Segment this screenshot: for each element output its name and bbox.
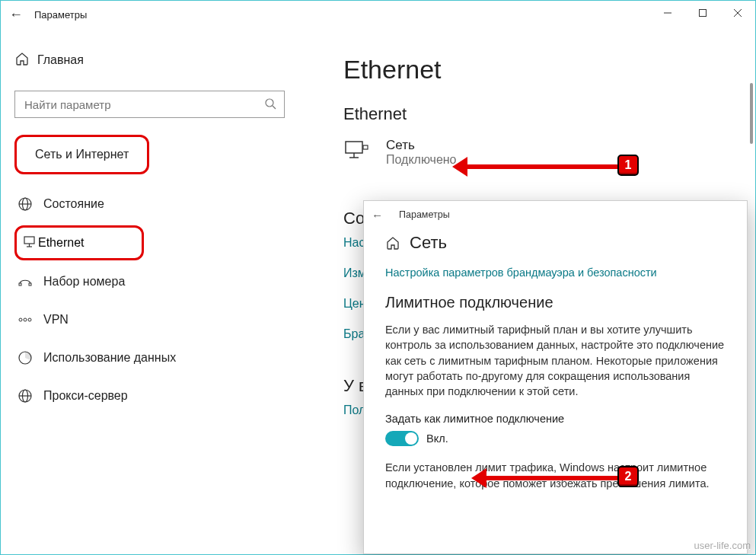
metered-description: Если у вас лимитный тарифный план и вы х… (385, 322, 726, 399)
maximize-button[interactable] (685, 1, 720, 25)
home-icon (385, 235, 410, 250)
toggle-state-label: Вкл. (426, 432, 448, 445)
window-controls (650, 1, 755, 25)
nav-label: Использование данных (43, 351, 176, 365)
popup-titlebar: ← Параметры (364, 201, 747, 228)
svg-rect-9 (24, 237, 34, 244)
globe-icon (18, 196, 43, 212)
annotation-badge-1: 1 (617, 155, 639, 176)
svg-point-15 (24, 318, 27, 321)
network-name: Сеть (386, 138, 457, 153)
popup-window-title: Параметры (399, 209, 450, 220)
nav-label: Набор номера (43, 275, 125, 289)
sidebar-item-status[interactable]: Состояние (14, 185, 292, 223)
network-settings-popup: ← Параметры Сеть Настройка параметров бр… (363, 200, 748, 554)
search-icon (264, 97, 276, 112)
vpn-icon (18, 314, 43, 325)
sidebar-nav: Состояние Ethernet Набор номера (14, 185, 292, 415)
home-icon (14, 51, 37, 69)
sidebar-home-label: Главная (37, 53, 84, 67)
svg-rect-24 (363, 145, 368, 149)
annotation-arrow-2 (477, 476, 617, 480)
svg-rect-1 (700, 10, 707, 17)
sidebar-item-vpn[interactable]: VPN (14, 301, 292, 339)
nav-label: Состояние (43, 197, 104, 211)
scrollbar-thumb[interactable] (750, 83, 753, 144)
annotation-badge-2: 2 (617, 466, 639, 487)
back-button[interactable]: ← (1, 7, 31, 23)
popup-page-title: Сеть (410, 233, 447, 253)
svg-rect-21 (346, 142, 362, 153)
nav-label: Ethernet (38, 236, 84, 250)
annotation-highlight-ethernet: Ethernet (14, 225, 144, 260)
toggle-caption: Задать как лимитное подключение (385, 413, 726, 425)
data-usage-icon (18, 350, 43, 365)
page-title: Ethernet (343, 55, 732, 85)
svg-line-5 (273, 106, 276, 109)
sidebar-item-dialup[interactable]: Набор номера (14, 263, 292, 301)
search-field[interactable] (23, 97, 264, 112)
annotation-highlight-category: Сеть и Интернет (14, 135, 149, 174)
svg-point-14 (19, 318, 22, 321)
network-item[interactable]: Сеть Подключено (343, 138, 732, 167)
titlebar: ← Параметры (1, 1, 755, 28)
ethernet-icon (23, 234, 38, 252)
sidebar-item-proxy[interactable]: Прокси-сервер (14, 377, 292, 415)
svg-rect-12 (19, 283, 21, 285)
sidebar: Главная Сеть и Интернет Состояние (1, 28, 305, 554)
network-icon (343, 139, 375, 165)
minimize-button[interactable] (650, 1, 685, 25)
svg-point-16 (28, 318, 31, 321)
settings-window: ← Параметры Главная (0, 0, 756, 555)
window-title: Параметры (34, 9, 87, 21)
svg-rect-13 (29, 283, 31, 285)
nav-label: VPN (43, 313, 69, 327)
metered-heading: Лимитное подключение (385, 294, 726, 311)
svg-point-4 (266, 99, 273, 107)
popup-page-header: Сеть (385, 233, 726, 253)
watermark: user-life.com (694, 540, 751, 551)
popup-back-button[interactable]: ← (372, 209, 394, 222)
annotation-arrow-1 (458, 164, 617, 169)
metered-toggle[interactable] (385, 431, 419, 446)
section-heading: Ethernet (343, 104, 732, 124)
sidebar-item-home[interactable]: Главная (14, 51, 292, 69)
dialup-icon (18, 274, 43, 289)
search-input[interactable] (14, 91, 285, 118)
nav-label: Прокси-сервер (43, 389, 128, 403)
sidebar-category: Сеть и Интернет (27, 142, 136, 167)
proxy-icon (18, 388, 43, 403)
sidebar-item-datausage[interactable]: Использование данных (14, 339, 292, 377)
close-button[interactable] (720, 1, 755, 25)
firewall-link[interactable]: Настройка параметров брандмауэра и безоп… (385, 266, 726, 279)
